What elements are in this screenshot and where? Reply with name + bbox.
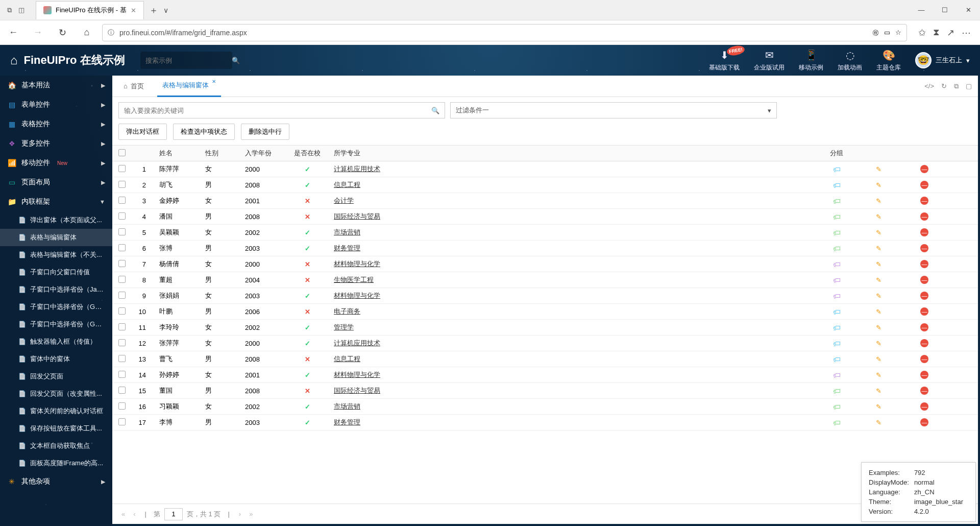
row-checkbox[interactable]: [118, 165, 126, 172]
action-button[interactable]: 检查选中项状态: [173, 124, 235, 140]
header-button[interactable]: 🎨主题仓库: [876, 49, 901, 72]
row-checkbox[interactable]: [118, 307, 126, 315]
delete-icon[interactable]: —: [920, 387, 928, 395]
code-icon[interactable]: </>: [924, 82, 934, 90]
table-row[interactable]: 12 张萍萍 女 2000 ✓ 计算机应用技术 🏷 ✎ —: [112, 336, 978, 351]
tag-icon[interactable]: 🏷: [833, 228, 841, 237]
sidebar-category[interactable]: 🏠基本用法▶: [0, 76, 112, 95]
tag-icon[interactable]: 🏷: [833, 323, 841, 332]
sidebar-item[interactable]: 文本框自动获取焦点: [0, 437, 112, 455]
delete-icon[interactable]: —: [920, 212, 928, 221]
sidebar-category[interactable]: 📁内联框架▼: [0, 192, 112, 211]
site-info-icon[interactable]: ⓘ: [108, 28, 114, 37]
major-link[interactable]: 财务管理: [334, 418, 360, 426]
column-header[interactable]: 姓名: [154, 146, 200, 161]
new-tab-button[interactable]: ＋: [149, 4, 158, 16]
column-header[interactable]: [901, 146, 947, 161]
sidebar-item[interactable]: 保存按钮放在窗体工具...: [0, 420, 112, 437]
row-checkbox[interactable]: [118, 212, 126, 220]
sidebar-item[interactable]: 子窗口中选择省份（Jav...: [0, 281, 112, 298]
tag-icon[interactable]: 🏷: [833, 276, 841, 284]
back-button[interactable]: ←: [4, 23, 22, 42]
table-row[interactable]: 1 陈萍萍 女 2000 ✓ 计算机应用技术 🏷 ✎ —: [112, 161, 978, 177]
table-row[interactable]: 14 孙婷婷 女 2001 ✓ 材料物理与化学 🏷 ✎ —: [112, 367, 978, 383]
edit-icon[interactable]: ✎: [876, 260, 881, 268]
major-link[interactable]: 管理学: [334, 323, 354, 331]
edit-icon[interactable]: ✎: [876, 324, 881, 331]
delete-icon[interactable]: —: [920, 181, 928, 189]
column-header[interactable]: 分组: [818, 146, 855, 161]
tag-icon[interactable]: 🏷: [833, 181, 841, 189]
header-search[interactable]: 🔍: [140, 52, 232, 69]
major-link[interactable]: 财务管理: [334, 244, 360, 252]
filter-select[interactable]: 过滤条件一 ▾: [450, 102, 777, 118]
edit-icon[interactable]: ✎: [876, 213, 881, 221]
pager-first[interactable]: «: [119, 510, 127, 518]
pager-input[interactable]: [164, 508, 183, 520]
table-row[interactable]: 2 胡飞 男 2008 ✓ 信息工程 🏷 ✎ —: [112, 177, 978, 193]
edit-icon[interactable]: ✎: [876, 245, 881, 252]
select-all-checkbox[interactable]: [118, 149, 126, 156]
tag-icon[interactable]: 🏷: [833, 402, 841, 411]
edit-icon[interactable]: ✎: [876, 165, 881, 173]
edit-icon[interactable]: ✎: [876, 229, 881, 236]
tag-icon[interactable]: 🏷: [833, 339, 841, 348]
row-checkbox[interactable]: [118, 228, 126, 235]
delete-icon[interactable]: —: [920, 165, 928, 173]
edit-icon[interactable]: ✎: [876, 419, 881, 426]
column-header[interactable]: [112, 146, 132, 161]
table-row[interactable]: 15 董国 男 2008 ✕ 国际经济与贸易 🏷 ✎ —: [112, 383, 978, 399]
refresh-button[interactable]: ↻: [53, 23, 71, 42]
table-row[interactable]: 7 杨倩倩 女 2000 ✕ 材料物理与化学 🏷 ✎ —: [112, 256, 978, 272]
row-checkbox[interactable]: [118, 371, 126, 378]
major-link[interactable]: 计算机应用技术: [334, 165, 380, 173]
tab-actions-icon[interactable]: ⧉: [5, 6, 13, 14]
action-button[interactable]: 删除选中行: [241, 124, 289, 140]
edit-icon[interactable]: ✎: [876, 197, 881, 205]
tag-icon[interactable]: 🏷: [833, 387, 841, 395]
share-icon[interactable]: ↗: [947, 27, 954, 38]
row-checkbox[interactable]: [118, 339, 126, 346]
edit-icon[interactable]: ✎: [876, 340, 881, 347]
edit-icon[interactable]: ✎: [876, 371, 881, 379]
major-link[interactable]: 国际经济与贸易: [334, 212, 380, 220]
sidebar-category[interactable]: ▤表单控件▶: [0, 95, 112, 114]
grid-search-input[interactable]: [124, 107, 431, 114]
edit-icon[interactable]: ✎: [876, 181, 881, 189]
edit-icon[interactable]: ✎: [876, 355, 881, 363]
sidebar-item[interactable]: 回发父页面: [0, 368, 112, 385]
delete-icon[interactable]: —: [920, 244, 928, 252]
table-row[interactable]: 6 张博 男 2003 ✓ 财务管理 🏷 ✎ —: [112, 241, 978, 256]
sidebar-item[interactable]: 表格与编辑窗体（不关...: [0, 246, 112, 264]
table-row[interactable]: 10 叶鹏 男 2006 ✕ 电子商务 🏷 ✎ —: [112, 304, 978, 320]
sidebar-item[interactable]: 弹出窗体（本页面或父...: [0, 211, 112, 229]
tag-icon[interactable]: 🏷: [833, 371, 841, 379]
favorite-icon[interactable]: ☆: [895, 29, 901, 36]
sidebar-item[interactable]: 窗体关闭前的确认对话框: [0, 402, 112, 420]
sidebar-item[interactable]: 回发父页面（改变属性...: [0, 385, 112, 402]
delete-icon[interactable]: —: [920, 355, 928, 363]
delete-icon[interactable]: —: [920, 197, 928, 205]
row-checkbox[interactable]: [118, 276, 126, 283]
row-checkbox[interactable]: [118, 292, 126, 299]
maximize-button[interactable]: ☐: [933, 0, 957, 20]
reading-icon[interactable]: ▭: [884, 29, 890, 36]
column-header[interactable]: [132, 146, 154, 161]
header-button[interactable]: ◌加载动画: [838, 49, 862, 72]
row-checkbox[interactable]: [118, 387, 126, 394]
pager-last[interactable]: »: [247, 510, 255, 518]
sidebar-item[interactable]: 子窗口向父窗口传值: [0, 264, 112, 281]
sidebar-category[interactable]: ▭页面布局▶: [0, 173, 112, 192]
column-header[interactable]: 是否在校: [286, 146, 329, 161]
row-checkbox[interactable]: [118, 244, 126, 251]
delete-icon[interactable]: —: [920, 418, 928, 426]
major-link[interactable]: 信息工程: [334, 355, 360, 363]
delete-icon[interactable]: —: [920, 260, 928, 268]
row-checkbox[interactable]: [118, 402, 126, 410]
sidebar-category[interactable]: ✳其他杂项▶: [0, 472, 112, 491]
open-external-icon[interactable]: ⧉: [954, 82, 959, 90]
delete-icon[interactable]: —: [920, 402, 928, 411]
table-row[interactable]: 16 习颖颖 女 2002 ✓ 市场营销 🏷 ✎ —: [112, 399, 978, 415]
major-link[interactable]: 计算机应用技术: [334, 339, 380, 347]
table-row[interactable]: 4 潘国 男 2008 ✕ 国际经济与贸易 🏷 ✎ —: [112, 209, 978, 225]
